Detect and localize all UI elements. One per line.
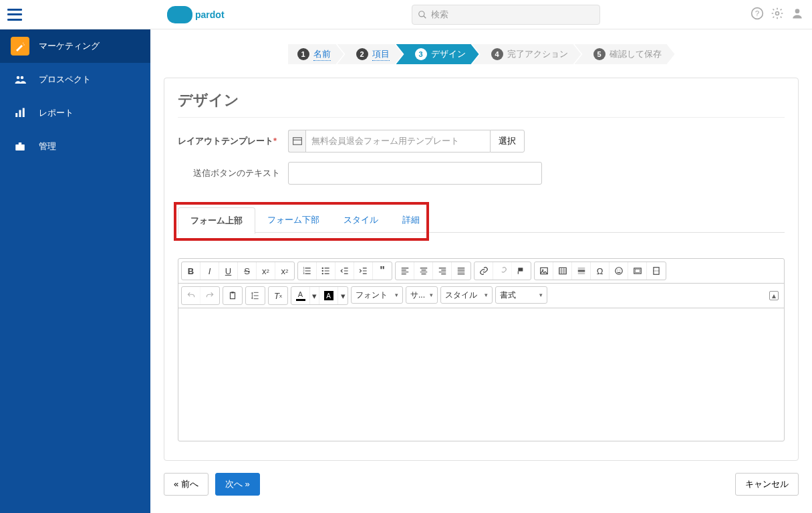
tab-form-bottom[interactable]: フォーム下部 (255, 207, 331, 234)
step-design[interactable]: 3デザイン (396, 44, 479, 64)
step-complete: 4完了アクション (472, 44, 581, 64)
svg-rect-33 (231, 292, 235, 298)
link-button[interactable] (475, 262, 493, 280)
pagebreak-button[interactable] (647, 262, 666, 280)
strike-button[interactable]: S (238, 262, 257, 280)
paste-button[interactable] (223, 287, 242, 304)
search-icon (418, 10, 427, 19)
blockquote-button[interactable]: " (373, 262, 392, 280)
size-select[interactable]: サ...▾ (406, 286, 438, 304)
svg-rect-23 (518, 268, 523, 271)
bg-color-caret[interactable]: ▾ (338, 287, 348, 304)
font-select[interactable]: フォント▾ (351, 286, 403, 304)
svg-rect-14 (19, 142, 22, 144)
chart-icon (11, 104, 29, 122)
svg-point-27 (615, 268, 622, 275)
svg-point-8 (17, 76, 20, 80)
anchor-button[interactable] (512, 262, 531, 280)
table-button[interactable] (553, 262, 572, 280)
tab-style[interactable]: スタイル (331, 207, 390, 234)
superscript-button[interactable]: x2 (275, 262, 294, 280)
svg-point-0 (418, 11, 424, 16)
step-confirm: 5確認して保存 (575, 44, 675, 64)
sidebar-item-report[interactable]: レポート (0, 96, 150, 130)
select-template-button[interactable]: 選択 (490, 130, 525, 152)
ordered-list-button[interactable]: 123 (298, 262, 317, 280)
sidebar-label: 管理 (39, 140, 56, 152)
svg-point-20 (321, 268, 323, 269)
submit-text-input[interactable] (288, 162, 542, 185)
iframe-button[interactable] (628, 262, 647, 280)
format-select[interactable]: 書式▾ (495, 286, 547, 304)
gear-icon[interactable] (771, 7, 784, 22)
hr-button[interactable] (572, 262, 591, 280)
subscript-button[interactable]: x2 (257, 262, 275, 280)
prev-button[interactable]: « 前へ (164, 473, 209, 496)
cancel-button[interactable]: キャンセル (735, 473, 799, 496)
align-center-button[interactable] (414, 262, 433, 280)
svg-point-4 (776, 12, 779, 15)
align-left-button[interactable] (396, 262, 414, 280)
svg-rect-10 (15, 113, 17, 117)
remove-format-button[interactable]: Tx (269, 287, 287, 304)
svg-rect-32 (654, 268, 659, 275)
sidebar-label: プロスペクト (39, 74, 91, 86)
unordered-list-button[interactable] (317, 262, 335, 280)
image-button[interactable] (535, 262, 553, 280)
text-color-button[interactable]: A (291, 287, 310, 304)
submit-text-label: 送信ボタンのテキスト (178, 167, 288, 179)
emoji-button[interactable] (610, 262, 628, 280)
wizard-steps: 1名前 2項目 3デザイン 4完了アクション 5確認して保存 (164, 44, 799, 64)
svg-point-22 (321, 273, 323, 274)
help-icon[interactable]: ? (751, 7, 764, 22)
tab-form-top[interactable]: フォーム上部 (178, 207, 255, 234)
undo-button[interactable] (182, 287, 200, 304)
svg-text:3: 3 (303, 272, 304, 275)
step-name[interactable]: 1名前 (288, 44, 344, 64)
bg-color-button[interactable]: A (319, 287, 338, 304)
bold-button[interactable]: B (182, 262, 200, 280)
line-height-button[interactable] (246, 287, 265, 304)
align-justify-button[interactable] (452, 262, 470, 280)
search-input[interactable]: 検索 (412, 5, 600, 25)
underline-button[interactable]: U (219, 262, 238, 280)
tab-detail[interactable]: 詳細 (390, 207, 432, 234)
svg-rect-31 (635, 270, 640, 273)
sidebar-label: マーケティング (39, 40, 100, 52)
svg-point-9 (21, 76, 24, 80)
svg-point-6 (23, 43, 23, 43)
sidebar-item-marketing[interactable]: マーケティング (0, 29, 150, 63)
sidebar-item-admin[interactable]: 管理 (0, 130, 150, 163)
svg-rect-12 (23, 108, 25, 118)
svg-point-21 (321, 270, 323, 272)
user-icon[interactable] (791, 7, 804, 22)
text-color-caret[interactable]: ▾ (310, 287, 319, 304)
redo-button[interactable] (200, 287, 219, 304)
svg-rect-26 (559, 268, 566, 274)
italic-button[interactable]: I (200, 262, 219, 280)
sidebar-item-prospect[interactable]: プロスペクト (0, 63, 150, 96)
layout-template-label: レイアウトテンプレート* (178, 135, 288, 147)
template-icon (288, 130, 305, 152)
step-fields[interactable]: 2項目 (337, 44, 403, 64)
style-select[interactable]: スタイル▾ (440, 286, 493, 304)
rich-text-editor: B I U S x2 x2 123 " (178, 258, 785, 441)
svg-rect-11 (19, 110, 21, 118)
salesforce-cloud-icon (167, 6, 192, 23)
next-button[interactable]: 次へ » (215, 473, 260, 496)
outdent-button[interactable] (335, 262, 354, 280)
unlink-button[interactable] (493, 262, 512, 280)
briefcase-icon (11, 137, 29, 156)
indent-button[interactable] (354, 262, 373, 280)
editor-textarea[interactable] (178, 308, 784, 441)
svg-rect-34 (231, 292, 234, 293)
search-placeholder: 検索 (431, 9, 448, 21)
svg-text:1: 1 (303, 267, 304, 270)
align-right-button[interactable] (433, 262, 452, 280)
special-char-button[interactable]: Ω (591, 262, 610, 280)
svg-point-7 (23, 44, 24, 45)
layout-template-value: 無料会員退会フォーム用テンプレート (305, 130, 490, 152)
collapse-toolbar-button[interactable]: ▴ (769, 291, 779, 300)
users-icon (11, 70, 29, 89)
menu-toggle-icon[interactable] (7, 9, 22, 21)
